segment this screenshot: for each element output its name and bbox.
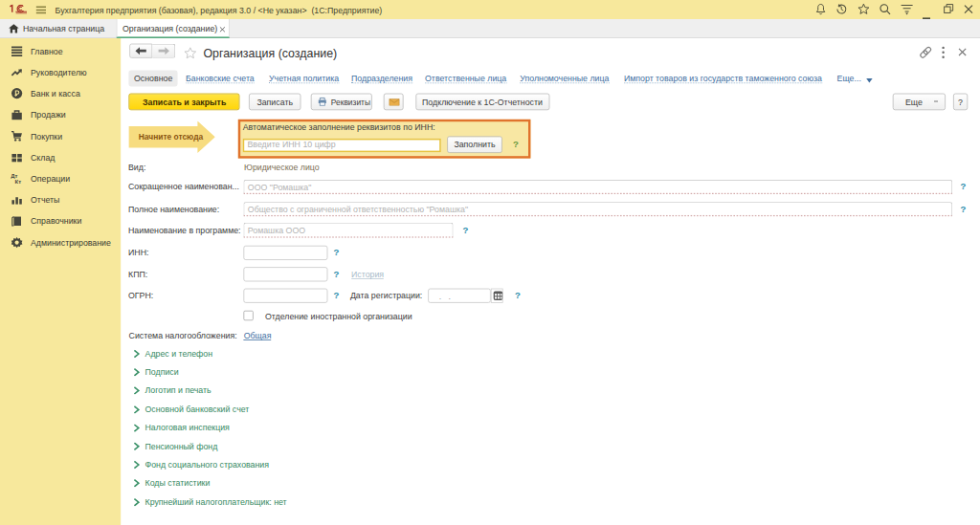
svg-text:Начните отсюда: Начните отсюда xyxy=(138,132,203,142)
svg-text:Кт: Кт xyxy=(15,179,22,185)
